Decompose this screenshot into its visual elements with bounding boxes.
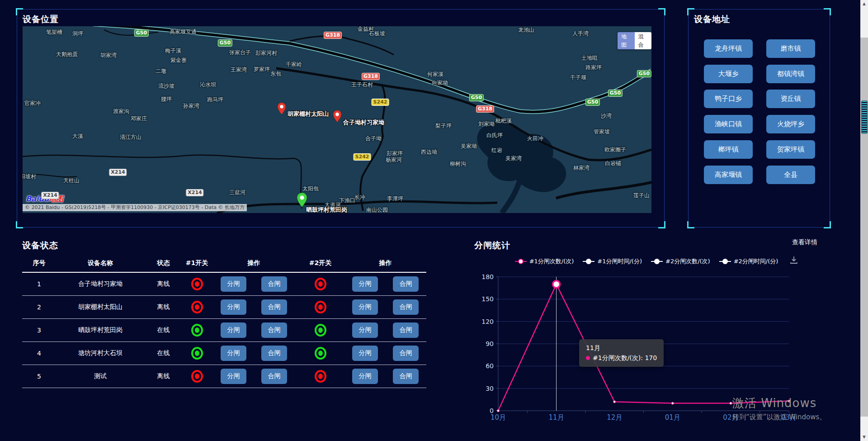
row-index: 2 xyxy=(22,303,56,311)
map-pin[interactable] xyxy=(277,102,286,117)
ops-group: 分闸合闸 xyxy=(344,299,426,315)
switch-indicator-off xyxy=(191,370,203,383)
trip-button[interactable]: 分闸 xyxy=(352,276,378,292)
close-button[interactable]: 合闸 xyxy=(393,369,419,384)
ops-cell: 分闸合闸 xyxy=(344,276,426,292)
close-button[interactable]: 合闸 xyxy=(393,322,419,338)
switch-indicator-off xyxy=(315,301,326,313)
address-button[interactable]: 磨市镇 xyxy=(766,39,815,58)
map-place-label: 王子石村 xyxy=(351,81,373,89)
close-button[interactable]: 合闸 xyxy=(261,369,287,384)
map-type-option-hybrid[interactable]: 混合 xyxy=(635,32,652,49)
map-place-label: 大溪 xyxy=(72,133,83,140)
browser-scrollbar: ▲ ▼ xyxy=(860,0,868,441)
device-name: 晒鼓坪村荒田岗 xyxy=(56,326,145,334)
ops-cell: 分闸合闸 xyxy=(212,299,296,315)
address-button[interactable]: 高家堰镇 xyxy=(704,166,753,184)
x-axis-label: 11月 xyxy=(549,413,564,422)
legend-item[interactable]: #2分闸次数/(次) xyxy=(651,257,710,266)
close-button[interactable]: 合闸 xyxy=(393,276,419,292)
address-button[interactable]: 都镇湾镇 xyxy=(766,65,815,83)
trip-button[interactable]: 分闸 xyxy=(352,346,378,361)
map-place-label: 南山公园 xyxy=(366,206,388,213)
ops-group: 分闸合闸 xyxy=(344,322,426,338)
legend-label: #2分闸时间/(分) xyxy=(734,257,778,266)
scrollbar-up-arrow[interactable]: ▲ xyxy=(860,0,868,7)
address-button[interactable]: 鸭子口乡 xyxy=(704,90,753,108)
column-header: 操作 xyxy=(344,259,426,267)
series-dot-icon xyxy=(586,356,590,360)
switch-cell xyxy=(182,370,212,383)
column-header: 状态 xyxy=(145,259,182,267)
map-place-label: 孙家湾 xyxy=(183,102,199,110)
x-axis-label: 12月 xyxy=(607,413,622,422)
switch-cell xyxy=(182,324,212,337)
map-place-label: 路家坪 xyxy=(585,64,602,71)
address-button[interactable]: 大堰乡 xyxy=(704,65,753,83)
map-place-label: 吴家湾 xyxy=(505,155,522,162)
x-axis-label: 01月 xyxy=(665,413,680,422)
map-place-label: 长冲 xyxy=(354,194,365,201)
address-button[interactable]: 全县 xyxy=(766,166,815,184)
row-index: 1 xyxy=(22,280,56,288)
road-badge-g50: G50 xyxy=(134,29,149,37)
address-button[interactable]: 火烧坪乡 xyxy=(766,115,815,133)
close-button[interactable]: 合闸 xyxy=(261,346,287,361)
legend-item[interactable]: #2分闸时间/(分) xyxy=(719,257,778,266)
address-button[interactable]: 资丘镇 xyxy=(766,90,815,108)
close-button[interactable]: 合闸 xyxy=(393,346,419,361)
legend-item[interactable]: #1分闸次数/(次) xyxy=(515,257,574,266)
trip-button[interactable]: 分闸 xyxy=(221,322,246,338)
trip-button[interactable]: 分闸 xyxy=(221,346,246,361)
close-button[interactable]: 合闸 xyxy=(393,299,419,315)
legend-marker-icon xyxy=(583,259,594,264)
switch-cell xyxy=(296,347,344,360)
map-pin[interactable] xyxy=(333,109,342,125)
scrollbar-thumb[interactable] xyxy=(861,100,868,134)
stats-section-title: 分闸统计 xyxy=(474,240,510,251)
ops-group: 分闸合闸 xyxy=(212,346,296,361)
corner-bracket xyxy=(16,8,23,15)
address-button[interactable]: 龙舟坪镇 xyxy=(704,39,753,58)
map-place-label: 李潭坪 xyxy=(387,195,403,203)
switch-indicator-on xyxy=(191,324,203,337)
legend-label: #1分闸次数/(次) xyxy=(529,257,574,266)
map-place-label: 火田冲 xyxy=(527,135,543,142)
map-type-option-map[interactable]: 地图 xyxy=(618,32,635,49)
trip-button[interactable]: 分闸 xyxy=(221,369,246,384)
corner-bracket xyxy=(658,221,665,228)
switch-cell xyxy=(182,278,212,290)
column-header: #1开关 xyxy=(182,259,212,267)
road-badge-g318: G318 xyxy=(324,32,342,39)
address-button[interactable]: 榔坪镇 xyxy=(704,140,753,159)
map-place-label: 红岩 xyxy=(491,147,502,154)
trip-button[interactable]: 分闸 xyxy=(352,322,378,338)
chart-x-axis-labels: 10月11月12月01月02月03月 xyxy=(493,413,800,422)
scrollbar-track[interactable] xyxy=(860,38,868,417)
map-place-label: 三盆河 xyxy=(229,189,245,196)
legend-dot xyxy=(722,259,728,264)
trip-button[interactable]: 分闸 xyxy=(352,299,378,315)
close-button[interactable]: 合闸 xyxy=(261,322,287,338)
close-button[interactable]: 合闸 xyxy=(261,299,287,315)
switch-indicator-on xyxy=(191,347,203,360)
address-button[interactable]: 渔峡口镇 xyxy=(704,115,753,133)
column-header: 设备名称 xyxy=(56,259,145,267)
scrollbar-down-arrow[interactable]: ▼ xyxy=(860,434,868,441)
view-details-link[interactable]: 查看详情 xyxy=(792,238,817,247)
map-place-label: 王家湾 xyxy=(231,66,247,74)
tooltip-title: 11月 xyxy=(586,343,657,353)
legend-dot xyxy=(586,259,591,264)
trip-button[interactable]: 分闸 xyxy=(352,369,378,384)
address-button[interactable]: 贺家坪镇 xyxy=(766,140,815,159)
map-panel-title: 设备位置 xyxy=(23,14,59,25)
trip-button[interactable]: 分闸 xyxy=(221,276,246,292)
x-axis-label: 10月 xyxy=(491,413,506,422)
close-button[interactable]: 合闸 xyxy=(261,276,287,292)
ops-group: 分闸合闸 xyxy=(344,369,426,384)
legend-item[interactable]: #1分闸时间/(分) xyxy=(583,257,642,266)
y-axis-label: 150 xyxy=(481,295,494,303)
trip-button[interactable]: 分闸 xyxy=(221,299,246,315)
map-area[interactable]: 地图 混合 Baidu地图 © 2021 Baidu - GS(2019)521… xyxy=(23,26,651,213)
map-place-label: 向家坳 xyxy=(432,79,448,87)
